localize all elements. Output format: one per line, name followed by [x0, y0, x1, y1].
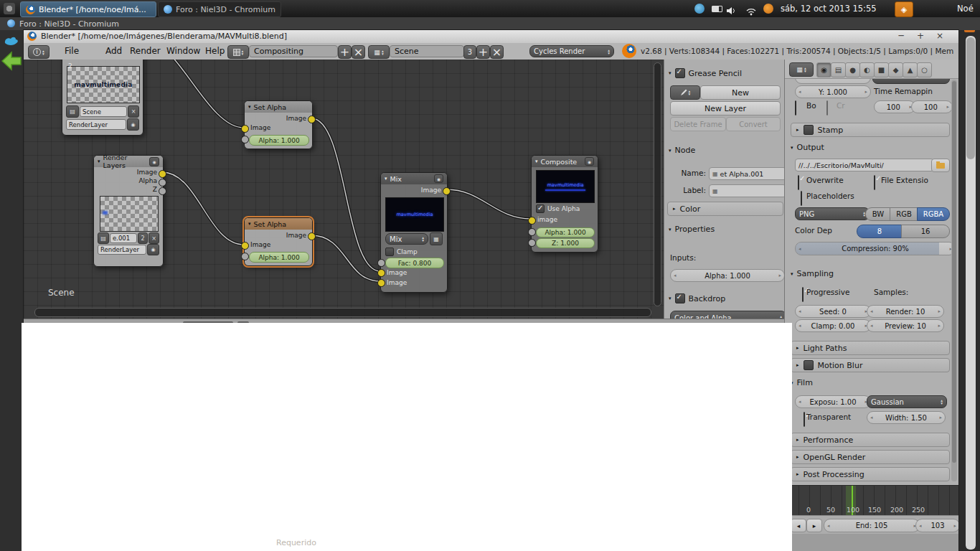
filter-width-field[interactable]: Width: 1.50: [867, 411, 946, 424]
node-set-alpha-2[interactable]: Set Alpha Image Image Alpha: 1.000: [244, 217, 313, 266]
menu-file[interactable]: File: [65, 46, 79, 56]
render-layers-tab-icon[interactable]: [831, 62, 846, 77]
taskbar-window-blender[interactable]: Blender* [/home/noe/Imá...: [20, 1, 156, 17]
post-processing-panel[interactable]: Post Processing: [791, 467, 950, 481]
modifiers-tab-icon[interactable]: [903, 62, 918, 77]
render-tab-icon[interactable]: [816, 62, 831, 77]
browser-scrollbar-thumb[interactable]: [966, 37, 975, 159]
expand-icon[interactable]: [669, 296, 672, 301]
image2-input-socket[interactable]: [377, 279, 385, 287]
performance-panel[interactable]: Performance: [791, 433, 950, 447]
image-output-socket[interactable]: [159, 170, 166, 178]
render-camera-icon[interactable]: [127, 118, 139, 131]
preview-toggle-icon[interactable]: [585, 157, 594, 166]
image-output-socket[interactable]: [308, 232, 316, 240]
taskbar-window-chromium[interactable]: Foro : Niel3D - Chromium: [158, 1, 281, 17]
node-mix[interactable]: Mix Image mavmultimedia Mix Clamp Fac: 0…: [380, 172, 448, 293]
new-layer-button[interactable]: New Layer: [670, 101, 781, 116]
node-render-layers[interactable]: Render Layers Image Alpha Z e.001 2 Rend…: [93, 155, 164, 267]
taskbar-clock[interactable]: sáb, 12 oct 2013 15:55: [781, 4, 877, 14]
file-extensions-checkbox[interactable]: [874, 175, 875, 190]
end-frame-field[interactable]: End: 105: [824, 519, 920, 532]
alpha-slider[interactable]: Alpha: 1.000: [536, 227, 595, 237]
scene-browse-button[interactable]: [368, 45, 390, 59]
scene-datablock-field[interactable]: Scene: [80, 106, 127, 117]
placeholders-checkbox[interactable]: [801, 191, 802, 206]
remap-new-field[interactable]: 100: [911, 100, 953, 113]
opengl-render-panel[interactable]: OpenGL Render: [791, 450, 950, 464]
z-slider[interactable]: Z: 1.000: [536, 238, 595, 248]
expand-icon[interactable]: [791, 145, 793, 151]
data-tab-icon[interactable]: [917, 62, 932, 77]
constraints-tab-icon[interactable]: [888, 62, 903, 77]
color-section[interactable]: Color: [667, 202, 783, 216]
file-format-selector[interactable]: PNG: [795, 207, 870, 220]
fac-slider[interactable]: Fac: 0.800: [385, 258, 444, 268]
node-label-field[interactable]: [709, 184, 785, 197]
bw-toggle[interactable]: BW: [865, 207, 891, 221]
launcher-button[interactable]: [895, 1, 913, 17]
overwrite-checkbox[interactable]: [798, 175, 799, 190]
collapse-icon[interactable]: [248, 104, 251, 110]
close-button[interactable]: [933, 31, 946, 41]
output-path-field[interactable]: //../../Escritorio/MavMulti/: [795, 159, 934, 171]
render-layer-field[interactable]: RenderLayer: [66, 119, 126, 130]
unlink-icon[interactable]: [149, 232, 159, 244]
draw-mode-button[interactable]: [670, 85, 700, 100]
output-panel-header[interactable]: Output: [791, 143, 824, 152]
z-input-socket[interactable]: [528, 239, 536, 247]
filter-type-selector[interactable]: Gaussian: [867, 395, 947, 408]
remap-old-field[interactable]: 100: [874, 100, 915, 113]
node-composite[interactable]: Composite mavmultimedia Use Alpha image …: [531, 155, 598, 253]
clamp-field[interactable]: Clamp: 0.00: [795, 319, 871, 332]
render-icon[interactable]: [149, 157, 159, 166]
film-panel-header[interactable]: Film: [791, 378, 813, 387]
datablock-browse-icon[interactable]: [98, 232, 109, 244]
layout-browse-button[interactable]: [227, 45, 249, 59]
node-header[interactable]: Set Alpha: [245, 101, 312, 113]
border-checkbox[interactable]: [795, 100, 796, 116]
fac-input-socket[interactable]: [377, 259, 385, 267]
scene-tab-icon[interactable]: [845, 62, 860, 77]
current-frame-field[interactable]: 103: [915, 519, 958, 532]
add-layout-button[interactable]: [338, 45, 352, 59]
world-tab-icon[interactable]: [859, 62, 875, 77]
node-header[interactable]: Render Layers: [94, 156, 163, 167]
resolution-y-slider[interactable]: Y: 1.000: [795, 85, 871, 98]
jump-prev-button[interactable]: [791, 519, 806, 532]
rgb-toggle[interactable]: RGB: [890, 207, 918, 221]
image-input-socket[interactable]: [528, 217, 536, 225]
menu-add[interactable]: Add: [105, 46, 122, 56]
collapse-icon[interactable]: [98, 159, 100, 164]
image-input-socket[interactable]: [241, 242, 249, 250]
increment-icon[interactable]: [778, 273, 781, 278]
motion-blur-panel[interactable]: Motion Blur: [791, 358, 950, 372]
use-alpha-checkbox[interactable]: [536, 204, 545, 213]
vertical-scrollbar[interactable]: [654, 62, 661, 306]
node-section-header[interactable]: Node: [669, 146, 695, 155]
sampling-panel-header[interactable]: Sampling: [791, 269, 834, 278]
alpha-slider[interactable]: Alpha: 1.000: [249, 135, 309, 146]
alpha-output-socket[interactable]: [159, 179, 166, 187]
layout-selector[interactable]: Compositing: [249, 45, 338, 57]
alpha-input-socket[interactable]: [528, 228, 536, 236]
alpha-input-slider[interactable]: Alpha: 1.000: [670, 269, 785, 282]
add-scene-button[interactable]: [476, 45, 490, 59]
node-header[interactable]: Mix: [381, 173, 447, 184]
blend-mode-selector[interactable]: Mix: [385, 233, 428, 245]
render-samples-field[interactable]: Render: 10: [867, 305, 944, 318]
node-header[interactable]: Composite: [532, 156, 598, 167]
node-name-field[interactable]: et Alpha.001: [709, 167, 785, 180]
collapse-icon[interactable]: [535, 159, 538, 164]
applications-menu-icon[interactable]: [4, 3, 15, 14]
seed-field[interactable]: Seed: 0: [795, 305, 871, 318]
editor-type-button[interactable]: i: [28, 45, 50, 59]
backdrop-channels-selector[interactable]: Color and Alpha: [670, 311, 785, 319]
stamp-panel[interactable]: Stamp: [791, 123, 950, 137]
grease-pencil-checkbox[interactable]: [675, 68, 685, 78]
tray-app-icon[interactable]: [694, 4, 705, 14]
alpha-slider[interactable]: Alpha: 1.000: [249, 252, 309, 263]
delete-scene-button[interactable]: [490, 45, 504, 59]
image-input-socket[interactable]: [241, 125, 249, 133]
clamp-checkbox[interactable]: [385, 248, 394, 256]
